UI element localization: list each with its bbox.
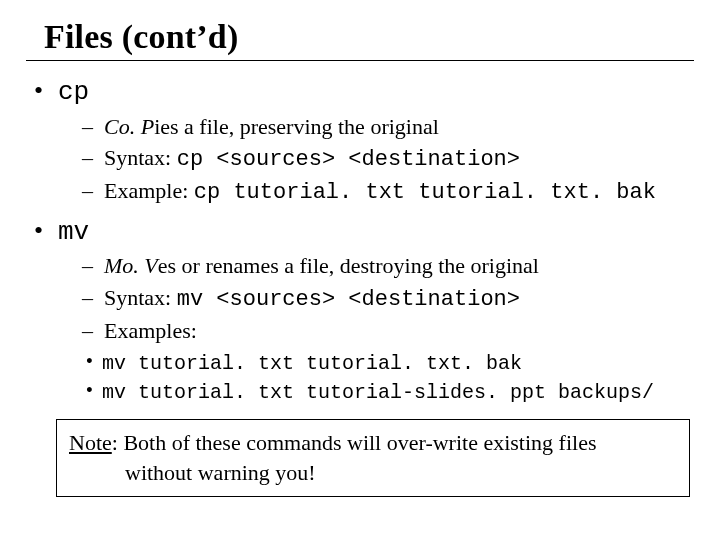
cp-example: Example: cp tutorial. txt tutorial. txt.… (82, 177, 694, 207)
slide-title: Files (cont’d) (44, 18, 694, 56)
mv-sublist: Mo. Ves or renames a file, destroying th… (58, 252, 694, 344)
cp-example-label: Example: (104, 178, 194, 203)
mv-desc: Mo. Ves or renames a file, destroying th… (82, 252, 694, 280)
cp-item: cp Co. Pies a file, preserving the origi… (30, 75, 694, 207)
cp-desc: Co. Pies a file, preserving the original (82, 113, 694, 141)
note-line1: : Both of these commands will over-write… (112, 430, 597, 455)
mv-desc-italic: Mo. V (104, 253, 158, 278)
title-rule (26, 60, 694, 61)
mv-examples-label: Examples: (82, 317, 694, 345)
mv-cmd: mv (58, 217, 89, 247)
cp-syntax: Syntax: cp <sources> <destination> (82, 144, 694, 174)
mv-syntax-code: mv <sources> <destination> (177, 287, 520, 312)
cp-desc-italic: Co. P (104, 114, 154, 139)
mv-example-2: mv tutorial. txt tutorial-slides. ppt ba… (84, 380, 694, 406)
cp-syntax-label: Syntax: (104, 145, 177, 170)
mv-desc-rest: es or renames a file, destroying the ori… (158, 253, 539, 278)
bullet-list-level1: cp Co. Pies a file, preserving the origi… (26, 75, 694, 405)
cp-cmd: cp (58, 77, 89, 107)
mv-syntax: Syntax: mv <sources> <destination> (82, 284, 694, 314)
note-box: Note: Both of these commands will over-w… (56, 419, 690, 496)
mv-example-1: mv tutorial. txt tutorial. txt. bak (84, 351, 694, 377)
cp-desc-rest: ies a file, preserving the original (154, 114, 439, 139)
mv-syntax-label: Syntax: (104, 285, 177, 310)
slide: Files (cont’d) cp Co. Pies a file, prese… (0, 0, 720, 540)
note-label: Note (69, 430, 112, 455)
mv-item: mv Mo. Ves or renames a file, destroying… (30, 215, 694, 405)
note-line2: without warning you! (125, 460, 316, 485)
mv-examples-list: mv tutorial. txt tutorial. txt. bak mv t… (58, 351, 694, 405)
cp-sublist: Co. Pies a file, preserving the original… (58, 113, 694, 207)
cp-syntax-code: cp <sources> <destination> (177, 147, 520, 172)
cp-example-code: cp tutorial. txt tutorial. txt. bak (194, 180, 656, 205)
